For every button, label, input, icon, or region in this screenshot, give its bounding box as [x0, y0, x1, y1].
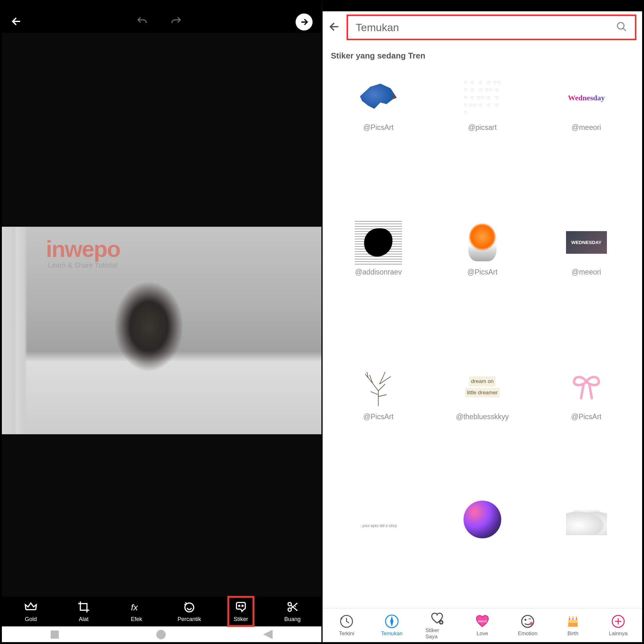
crop-icon [77, 600, 90, 613]
svg-point-1 [185, 603, 194, 612]
sticker-grid: @PicsArt ♡♡♡♡♡♡♡♡♡♡♡♡♡♡♡♡♡♡♡♡♡♡♡♡♡@picsa… [323, 64, 642, 608]
love-icon: sweet [475, 614, 490, 629]
fx-icon: fx [130, 600, 143, 613]
tab-label: Stiker Saya [425, 627, 449, 640]
bulb-sticker-icon [468, 224, 497, 261]
tool-label: Gold [25, 616, 37, 623]
redo-icon [169, 15, 184, 28]
editor-top-bar [2, 11, 321, 33]
svg-point-16 [569, 616, 570, 618]
tab-emotion[interactable]: Emotion [516, 614, 539, 637]
ink-sticker-icon [358, 224, 399, 261]
plus-circle-icon [611, 614, 625, 629]
android-nav-bar [2, 626, 321, 642]
editor-panel: inwepo Learn & Share Tutorial Gold Alat … [2, 2, 323, 642]
undo-redo-group [135, 15, 184, 29]
tab-label: Birth [568, 630, 579, 637]
svg-point-17 [572, 616, 574, 618]
svg-point-18 [576, 616, 577, 618]
back-button[interactable] [328, 20, 341, 34]
quote-sticker-icon: - your eyes tell a story [360, 524, 397, 528]
tool-efek[interactable]: fx Efek [123, 600, 150, 623]
editor-canvas[interactable]: inwepo Learn & Share Tutorial [2, 33, 321, 597]
status-bar-left [2, 2, 321, 11]
svg-text:fx: fx [131, 602, 138, 612]
sticker-author: @PicsArt [363, 123, 393, 132]
redo-button[interactable] [169, 15, 184, 29]
sticker-item[interactable]: - your eyes tell a story [328, 497, 429, 535]
compass-icon [385, 614, 399, 629]
crown-icon [24, 600, 37, 613]
svg-point-2 [239, 605, 240, 607]
cutout-icon [286, 600, 299, 613]
sticker-browser-panel: Temukan Stiker yang sedang Tren @PicsArt… [323, 2, 642, 642]
tool-label: Alat [79, 616, 88, 623]
cake-icon [566, 614, 580, 629]
hearts-sticker-icon: ♡♡♡♡♡♡♡♡♡♡♡♡♡♡♡♡♡♡♡♡♡♡♡♡♡ [464, 79, 501, 117]
beautify-icon [183, 600, 196, 613]
tab-label: Love [477, 630, 488, 637]
search-input-container[interactable]: Temukan [347, 14, 636, 40]
apply-button[interactable] [296, 14, 313, 31]
sticker-item[interactable]: @PicsArt [328, 353, 429, 421]
wednesday-sticker-icon: Wednesday [568, 94, 605, 102]
recent-icon [339, 614, 354, 629]
dream-sticker-icon: dream onlittle dreamer [464, 376, 500, 398]
search-placeholder: Temukan [356, 21, 399, 34]
arrow-right-icon [299, 17, 309, 27]
tab-label: Emotion [518, 630, 537, 637]
tool-label: Buang [284, 616, 301, 623]
cloud-sticker-icon [566, 510, 607, 535]
sticker-item[interactable]: @PicsArt [536, 353, 637, 421]
sticker-item[interactable]: ♡♡♡♡♡♡♡♡♡♡♡♡♡♡♡♡♡♡♡♡♡♡♡♡♡@picsart [432, 64, 533, 132]
sticker-icon [234, 600, 247, 613]
tool-gold[interactable]: Gold [17, 600, 44, 623]
nav-back[interactable] [263, 630, 273, 639]
photo-preview: inwepo Learn & Share Tutorial [2, 227, 321, 434]
tool-label: Efek [131, 616, 142, 623]
sticker-category-tabs: Terkini Temukan Stiker Saya sweetLove Em… [323, 608, 642, 642]
sticker-author: @addisonraev [355, 268, 402, 276]
sticker-item[interactable] [536, 497, 637, 535]
bow-sticker-icon [569, 373, 604, 401]
tab-terkini[interactable]: Terkini [335, 614, 358, 637]
sticker-item[interactable]: @PicsArt [328, 64, 429, 132]
emotion-icon [520, 614, 535, 629]
nav-home[interactable] [156, 630, 166, 639]
sticker-author: @thebluesskkyy [456, 413, 509, 421]
sticker-item[interactable]: dream onlittle dreamer@thebluesskkyy [432, 353, 533, 421]
tab-birth[interactable]: Birth [561, 614, 585, 637]
sticker-item[interactable]: @addisonraev [328, 208, 429, 276]
sticker-item[interactable] [432, 497, 533, 535]
editor-toolbar: Gold Alat fx Efek Percantik Stiker Buang [2, 597, 321, 626]
back-button[interactable] [11, 15, 23, 29]
nav-recent[interactable] [51, 630, 59, 639]
svg-point-3 [242, 605, 243, 607]
sticker-author: @PicsArt [571, 413, 602, 421]
sticker-author: @meeori [572, 268, 601, 276]
tab-stiker-saya[interactable]: Stiker Saya [425, 611, 449, 640]
tab-love[interactable]: sweetLove [471, 614, 494, 637]
tool-stiker[interactable]: Stiker [227, 596, 254, 627]
tool-alat[interactable]: Alat [70, 600, 97, 623]
sticker-author: @PicsArt [363, 413, 393, 421]
sticker-item[interactable]: @PicsArt [432, 208, 533, 276]
sticker-item[interactable]: WEDNESDAY@meeori [536, 208, 637, 276]
undo-button[interactable] [135, 15, 150, 29]
tab-temukan[interactable]: Temukan [380, 614, 403, 637]
undo-icon [135, 15, 150, 28]
watermark-subtitle: Learn & Share Tutorial [48, 261, 117, 269]
tab-label: Temukan [381, 630, 403, 637]
sticker-author: @picsart [468, 123, 497, 132]
tool-percantik[interactable]: Percantik [176, 600, 203, 623]
svg-point-6 [618, 23, 624, 29]
galaxy-sticker-icon [464, 501, 501, 538]
sticker-item[interactable]: Wednesday@meeori [536, 64, 637, 132]
tool-buang[interactable]: Buang [279, 600, 306, 623]
tab-lainnya[interactable]: Lainnya [607, 614, 630, 637]
status-bar-right [323, 2, 642, 11]
watermark-text: inwepo [46, 236, 120, 262]
tab-label: Terkini [339, 630, 354, 637]
search-icon [616, 21, 627, 34]
arrow-left-icon [328, 20, 341, 33]
